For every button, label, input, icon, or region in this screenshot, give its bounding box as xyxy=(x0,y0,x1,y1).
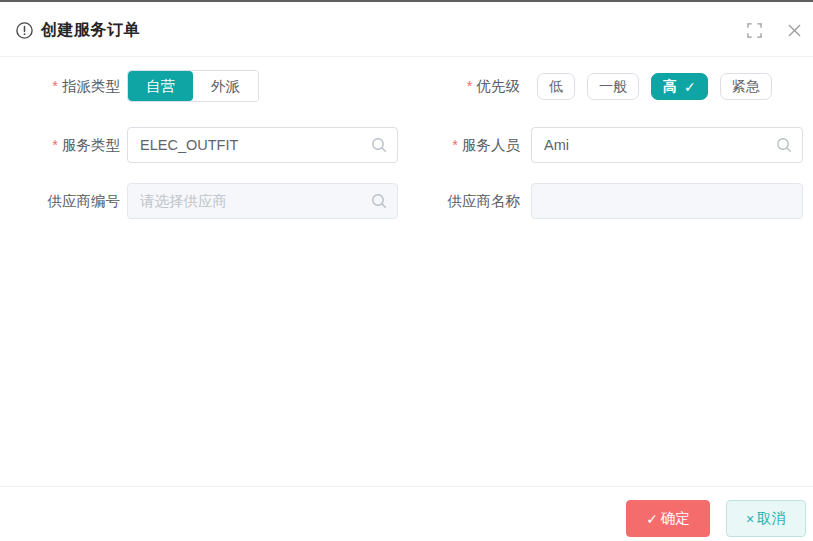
close-icon xyxy=(788,24,801,37)
required-asterisk: * xyxy=(52,78,58,94)
check-icon: ✓ xyxy=(684,79,696,95)
supplier-name-input[interactable] xyxy=(531,183,803,219)
priority-option-low[interactable]: 低 xyxy=(537,73,575,100)
service-type-label: *服务类型 xyxy=(0,127,120,163)
service-staff-field xyxy=(531,127,803,163)
create-service-order-dialog: 创建服务订单 *指派类型 自营 外派 *优先级 低 一般 高✓ 紧急 * xyxy=(0,0,813,541)
dispatch-type-label: *指派类型 xyxy=(0,70,120,102)
supplier-name-field xyxy=(531,183,803,219)
dialog-header: 创建服务订单 xyxy=(0,4,813,57)
dialog-title: 创建服务订单 xyxy=(41,20,140,41)
dialog-footer: ✓ 确定 × 取消 xyxy=(0,486,813,541)
service-staff-input[interactable] xyxy=(531,127,803,163)
dispatch-type-radio-group: 自营 外派 xyxy=(127,70,259,102)
service-staff-label: *服务人员 xyxy=(400,127,520,163)
required-asterisk: * xyxy=(52,137,58,153)
priority-option-urgent[interactable]: 紧急 xyxy=(720,73,772,100)
supplier-code-input[interactable] xyxy=(127,183,398,219)
fullscreen-icon xyxy=(747,23,762,38)
confirm-button[interactable]: ✓ 确定 xyxy=(626,500,710,537)
required-asterisk: * xyxy=(467,78,473,94)
service-type-input[interactable] xyxy=(127,127,398,163)
supplier-code-field xyxy=(127,183,398,219)
priority-option-high[interactable]: 高✓ xyxy=(651,73,708,100)
check-icon: ✓ xyxy=(646,511,658,527)
fullscreen-button[interactable] xyxy=(740,4,768,56)
supplier-code-label: 供应商编号 xyxy=(0,183,120,219)
dispatch-option-outsourced[interactable]: 外派 xyxy=(193,71,258,101)
service-type-field xyxy=(127,127,398,163)
priority-option-normal[interactable]: 一般 xyxy=(587,73,639,100)
close-button[interactable] xyxy=(780,4,808,56)
dispatch-option-self[interactable]: 自营 xyxy=(128,71,193,101)
info-circle-icon xyxy=(16,22,33,39)
required-asterisk: * xyxy=(452,137,458,153)
priority-pill-group: 低 一般 高✓ 紧急 xyxy=(537,73,772,100)
cancel-button[interactable]: × 取消 xyxy=(726,500,806,537)
priority-label: *优先级 xyxy=(400,70,520,102)
supplier-name-label: 供应商名称 xyxy=(400,183,520,219)
close-icon: × xyxy=(746,511,754,527)
